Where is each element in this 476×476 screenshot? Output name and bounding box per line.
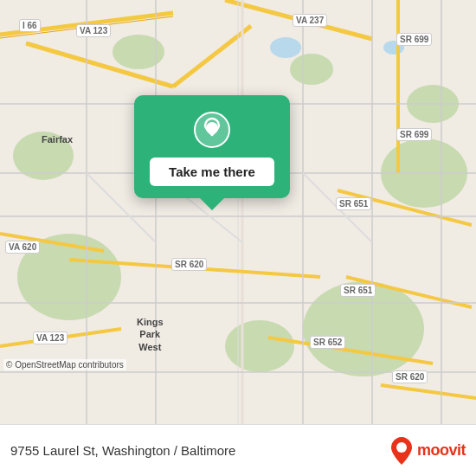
location-pin-icon — [193, 111, 231, 149]
svg-point-2 — [225, 320, 294, 372]
road-label-va620: VA 620 — [5, 241, 40, 254]
road-label-sr620: SR 620 — [171, 258, 207, 271]
svg-point-5 — [290, 54, 333, 85]
svg-point-39 — [206, 122, 218, 134]
moovit-pin-icon — [389, 435, 414, 466]
place-label-fairfax: Fairfax — [42, 134, 73, 145]
address-text: 9755 Laurel St, Washington / Baltimore — [10, 443, 389, 458]
svg-line-24 — [381, 385, 476, 398]
place-label-kings-park: KingsParkWest — [137, 316, 164, 353]
road-label-va237: VA 237 — [293, 14, 327, 27]
road-label-sr652: SR 652 — [310, 336, 345, 349]
road-label-i66: I 66 — [19, 19, 41, 32]
svg-point-4 — [113, 35, 164, 69]
road-label-va123-bot: VA 123 — [33, 331, 68, 344]
moovit-logo: moovit — [389, 435, 466, 466]
road-label-va123-top: VA 123 — [76, 24, 111, 37]
svg-point-40 — [396, 442, 407, 453]
road-label-sr699-mid: SR 699 — [396, 128, 432, 141]
road-label-sr651-bot: SR 651 — [340, 284, 376, 297]
svg-line-13 — [173, 26, 251, 87]
osm-credit: © OpenStreetMap contributors — [3, 359, 126, 370]
road-label-sr620-bot: SR 620 — [392, 370, 428, 383]
bottom-bar: 9755 Laurel St, Washington / Baltimore m… — [0, 424, 476, 476]
map-container: I 66 VA 123 VA 237 SR 699 SR 699 SR 651 … — [0, 0, 476, 424]
take-me-there-button[interactable]: Take me there — [150, 158, 274, 186]
road-label-sr699-top: SR 699 — [396, 33, 432, 46]
popup-card: Take me there — [134, 95, 290, 198]
road-label-sr651-top: SR 651 — [336, 197, 371, 210]
svg-point-8 — [270, 37, 301, 58]
moovit-brand-text: moovit — [417, 441, 466, 460]
